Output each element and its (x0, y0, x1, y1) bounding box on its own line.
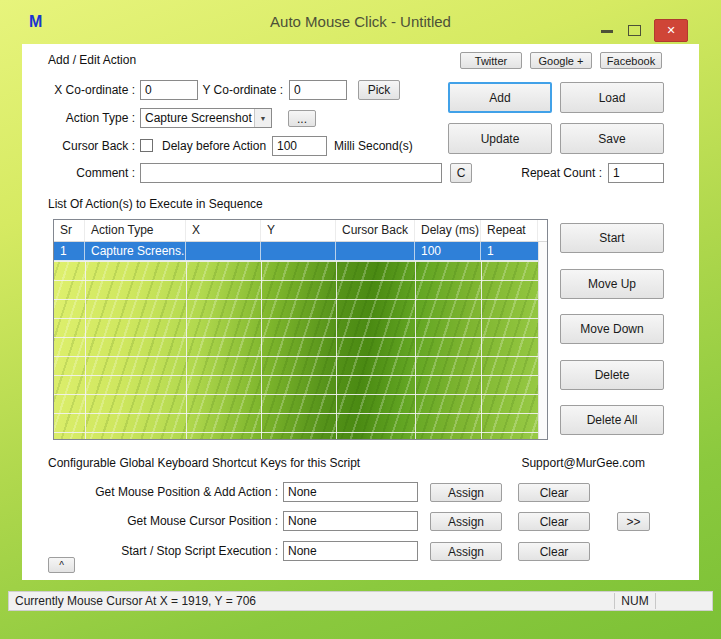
delay-input[interactable] (272, 136, 327, 156)
pick-button[interactable]: Pick (358, 80, 400, 100)
start-button[interactable]: Start (560, 223, 664, 253)
window-title: Auto Mouse Click - Untitled (0, 0, 721, 44)
num-indicator: NUM (615, 594, 655, 608)
column-header-filler (538, 220, 547, 241)
more-options-button[interactable]: >> (617, 512, 650, 531)
load-button[interactable]: Load (560, 82, 664, 113)
cell-x (186, 242, 261, 260)
close-button[interactable]: ✕ (654, 19, 688, 42)
minimize-button[interactable] (601, 30, 613, 33)
move-up-button[interactable]: Move Up (560, 269, 664, 299)
add-button[interactable]: Add (448, 82, 552, 113)
comment-label: Comment : (40, 163, 135, 183)
clear-button-start-stop[interactable]: Clear (518, 542, 590, 561)
actions-table-body: 1 Capture Screens... 100 1 (54, 242, 547, 439)
column-header-sr[interactable]: Sr (54, 220, 85, 241)
statusbar-message: Currently Mouse Cursor At X = 1919, Y = … (9, 594, 614, 608)
facebook-button[interactable]: Facebook (600, 52, 662, 69)
assign-button-add-action[interactable]: Assign (430, 483, 502, 502)
c-button[interactable]: C (450, 163, 472, 183)
shortcuts-section-title: Configurable Global Keyboard Shortcut Ke… (48, 453, 360, 473)
save-button[interactable]: Save (560, 123, 664, 154)
chevron-down-icon: ▼ (254, 109, 271, 127)
shortcut-label-start-stop: Start / Stop Script Execution : (48, 541, 278, 561)
app-window: M Auto Mouse Click - Untitled ✕ Add / Ed… (0, 0, 721, 639)
move-down-button[interactable]: Move Down (560, 314, 664, 344)
cell-y (261, 242, 336, 260)
column-header-delay[interactable]: Delay (ms) (415, 220, 481, 241)
y-coordinate-input[interactable] (289, 80, 347, 100)
column-header-cursor-back[interactable]: Cursor Back (336, 220, 415, 241)
column-header-repeat[interactable]: Repeat (481, 220, 538, 241)
cell-sr: 1 (54, 242, 85, 260)
shortcut-label-cursor-position: Get Mouse Cursor Position : (48, 511, 278, 531)
delete-all-button[interactable]: Delete All (560, 405, 664, 435)
cell-delay: 100 (415, 242, 481, 260)
shortcut-input-add-action[interactable] (283, 482, 418, 502)
actions-list-title: List Of Action(s) to Execute in Sequence (48, 194, 263, 214)
close-icon: ✕ (666, 24, 675, 37)
shortcut-input-start-stop[interactable] (283, 541, 418, 561)
app-logo-icon: M (29, 12, 42, 32)
shortcut-label-add-action: Get Mouse Position & Add Action : (48, 482, 278, 502)
actions-table: Sr Action Type X Y Cursor Back Delay (ms… (53, 219, 548, 440)
delay-before-action-label: Delay before Action (162, 136, 266, 156)
clear-button-cursor-position[interactable]: Clear (518, 512, 590, 531)
cursor-back-checkbox[interactable] (140, 139, 153, 152)
cursor-back-label: Cursor Back : (40, 136, 135, 156)
support-email-text: Support@MurGee.com (521, 453, 645, 473)
column-header-y[interactable]: Y (261, 220, 336, 241)
shortcut-input-cursor-position[interactable] (283, 511, 418, 531)
column-header-x[interactable]: X (186, 220, 261, 241)
cell-cursor-back (336, 242, 415, 260)
action-type-dropdown[interactable]: Capture Screenshot ▼ (140, 108, 272, 128)
google-plus-button[interactable]: Google + (530, 52, 592, 69)
statusbar: Currently Mouse Cursor At X = 1919, Y = … (8, 591, 713, 611)
action-type-value: Capture Screenshot (141, 111, 254, 125)
cell-action-type: Capture Screens... (85, 242, 186, 260)
y-coordinate-label: Y Co-ordinate : (188, 80, 283, 100)
titlebar: M Auto Mouse Click - Untitled ✕ (0, 0, 721, 44)
cell-repeat: 1 (481, 242, 538, 260)
milliseconds-label: Milli Second(s) (334, 136, 413, 156)
assign-button-start-stop[interactable]: Assign (430, 542, 502, 561)
add-edit-section-title: Add / Edit Action (48, 50, 136, 70)
column-header-action-type[interactable]: Action Type (85, 220, 186, 241)
collapse-button[interactable]: ^ (48, 557, 75, 573)
x-coordinate-label: X Co-ordinate : (40, 80, 135, 100)
actions-table-header[interactable]: Sr Action Type X Y Cursor Back Delay (ms… (54, 220, 547, 242)
browse-button[interactable]: ... (288, 110, 316, 127)
client-area: Add / Edit Action Twitter Google + Faceb… (22, 44, 699, 580)
update-button[interactable]: Update (448, 123, 552, 154)
table-gridlines (54, 242, 547, 439)
table-row[interactable]: 1 Capture Screens... 100 1 (54, 242, 538, 261)
repeat-count-label: Repeat Count : (510, 163, 602, 183)
repeat-count-input[interactable] (608, 163, 664, 183)
delete-button[interactable]: Delete (560, 360, 664, 390)
action-type-label: Action Type : (40, 108, 135, 128)
assign-button-cursor-position[interactable]: Assign (430, 512, 502, 531)
twitter-button[interactable]: Twitter (460, 52, 522, 69)
statusbar-tail (656, 592, 712, 610)
clear-button-add-action[interactable]: Clear (518, 483, 590, 502)
maximize-button[interactable] (628, 25, 641, 36)
comment-input[interactable] (140, 163, 442, 183)
table-scrollbar[interactable] (538, 242, 547, 439)
